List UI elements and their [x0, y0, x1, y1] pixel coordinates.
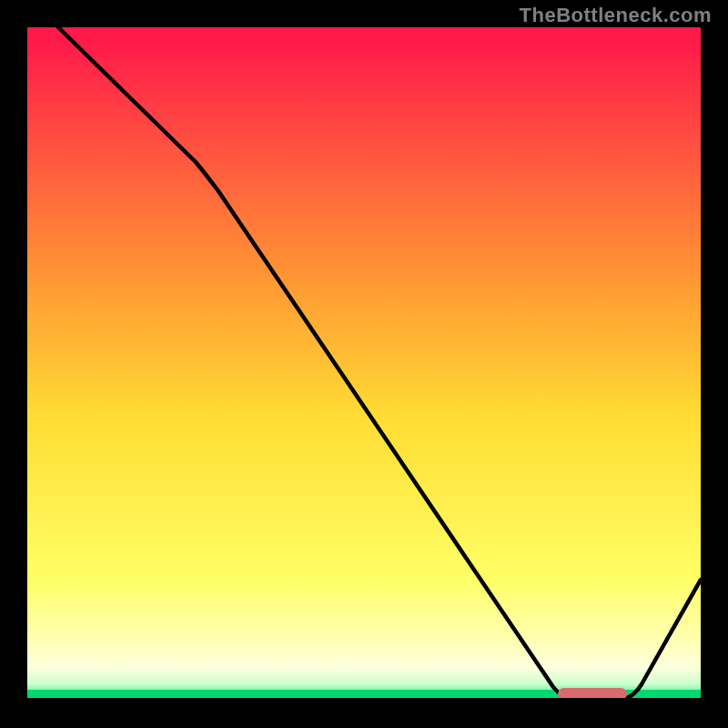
chart-svg — [27, 27, 701, 701]
gradient-background — [27, 27, 701, 701]
chart-container: TheBottleneck.com — [0, 0, 728, 728]
x-axis-line — [27, 698, 701, 701]
chart-area — [27, 27, 701, 701]
watermark-text: TheBottleneck.com — [520, 4, 712, 27]
